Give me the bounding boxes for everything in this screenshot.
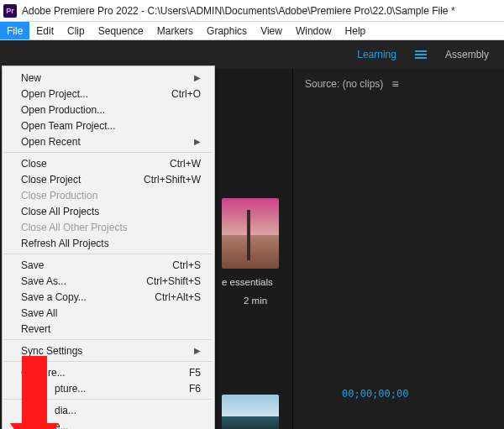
window-title: Adobe Premiere Pro 2022 - C:\Users\ADMIN… [22,5,455,17]
menu-item-label: Open Project... [21,88,88,100]
menu-clip[interactable]: Clip [60,22,92,39]
menu-item-shortcut: Ctrl+Shift+W [144,174,201,186]
menu-separator [4,361,213,362]
menu-separator [4,254,213,254]
source-panel: Source: (no clips) ≡ 00;00;00;00 [292,69,504,429]
thumb-sky [222,198,279,235]
workspace-menu-icon[interactable] [415,50,427,59]
file-menu-save[interactable]: SaveCtrl+S [3,257,214,273]
menu-item-label: Close All Other Projects [21,222,128,233]
menu-sequence[interactable]: Sequence [92,22,150,39]
menu-item-label: Revert [21,323,50,335]
menu-item-label: New [21,72,41,84]
menu-window[interactable]: Window [289,22,339,39]
menu-item-label: Open Team Project... [21,120,116,132]
menu-item-label: e... [21,421,69,430]
menu-item-label: Close [21,158,47,170]
menu-separator [4,152,213,153]
file-menu-open-recent[interactable]: Open Recent▶ [3,133,214,149]
menu-item-label: Close All Projects [21,206,99,217]
tutorial-caption: e essentials [222,277,279,287]
content-area: e essentials 2 min Source: (no clips) ≡ … [0,69,504,429]
file-menu-pture[interactable]: pture...F6 [3,380,214,396]
source-panel-label[interactable]: Source: (no clips) [305,78,383,90]
menu-item-label: Close Production [21,190,97,201]
file-menu-save-as[interactable]: Save As...Ctrl+Shift+S [3,273,214,289]
menu-item-shortcut: Ctrl+W [170,158,201,170]
menu-item-label: Save [21,259,44,271]
file-menu-e[interactable]: e... [3,418,214,429]
menu-item-shortcut: Ctrl+O [171,88,201,100]
menu-item-label: pture... [21,383,86,395]
tutorial-duration: 2 min [244,296,267,306]
file-menu-save-all[interactable]: Save All [3,305,214,321]
file-menu-close-all-other-projects: Close All Other Projects [3,219,214,235]
tutorial-thumbnail-2[interactable] [222,395,279,429]
file-menu-save-a-copy[interactable]: Save a Copy...Ctrl+Alt+S [3,289,214,305]
file-menu-new[interactable]: New▶ [3,70,214,86]
menu-item-label: Close Project [21,174,81,186]
file-menu-sync-settings[interactable]: Sync Settings▶ [3,343,214,358]
file-menu-open-project[interactable]: Open Project...Ctrl+O [3,86,214,102]
window-titlebar: Pr Adobe Premiere Pro 2022 - C:\Users\AD… [0,0,504,22]
menu-item-label: Open Recent [21,136,81,148]
menu-item-shortcut: Ctrl+S [172,259,201,271]
file-menu-revert[interactable]: Revert [3,321,214,337]
thumb2-mountain [222,416,279,429]
menu-item-shortcut: F6 [189,383,201,395]
menu-separator [4,399,213,400]
workspace-learning[interactable]: Learning [357,49,396,60]
chevron-right-icon: ▶ [194,137,201,146]
menu-separator [4,339,213,340]
workspace-bar: Learning Assembly [0,40,504,69]
file-menu-close[interactable]: CloseCtrl+W [3,155,214,171]
menu-item-label: Save As... [21,275,66,287]
workspace-assembly[interactable]: Assembly [445,49,489,60]
panel-menu-icon[interactable]: ≡ [391,77,399,91]
menu-markers[interactable]: Markers [150,22,200,39]
file-menu-capture[interactable]: Capture...F5 [3,364,214,380]
file-menu-dia[interactable]: dia... [3,402,214,418]
timecode[interactable]: 00;00;00;00 [342,388,408,400]
file-menu-close-all-projects[interactable]: Close All Projects [3,203,214,219]
tutorial-thumbnail[interactable] [222,198,279,269]
menu-item-label: Save a Copy... [21,291,87,303]
menu-item-shortcut: Ctrl+Shift+S [146,275,201,287]
menu-file[interactable]: File [0,22,29,39]
file-menu-close-project[interactable]: Close ProjectCtrl+Shift+W [3,171,214,187]
menu-item-label: dia... [21,405,76,416]
menu-help[interactable]: Help [339,22,373,39]
chevron-right-icon: ▶ [194,73,201,82]
thumb2-sky [222,395,279,416]
chevron-right-icon: ▶ [194,346,201,355]
file-menu-open-production[interactable]: Open Production... [3,102,214,118]
app-icon: Pr [3,4,17,18]
menu-item-shortcut: Ctrl+Alt+S [155,291,201,303]
menu-graphics[interactable]: Graphics [200,22,254,39]
menu-bar: FileEditClipSequenceMarkersGraphicsViewW… [0,22,504,40]
file-menu-refresh-all-projects[interactable]: Refresh All Projects [3,235,214,251]
menu-item-label: Capture... [21,367,66,379]
thumb-ground [222,235,279,269]
file-menu-open-team-project[interactable]: Open Team Project... [3,118,214,133]
menu-item-label: Refresh All Projects [21,238,109,249]
menu-item-label: Open Production... [21,104,105,116]
menu-edit[interactable]: Edit [29,22,60,39]
menu-item-label: Save All [21,307,57,319]
menu-item-shortcut: F5 [189,367,201,379]
menu-view[interactable]: View [254,22,289,39]
menu-item-label: Sync Settings [21,345,82,357]
file-menu-close-production: Close Production [3,187,214,203]
file-menu-dropdown: New▶Open Project...Ctrl+OOpen Production… [2,65,215,429]
source-panel-header: Source: (no clips) ≡ [293,69,504,99]
